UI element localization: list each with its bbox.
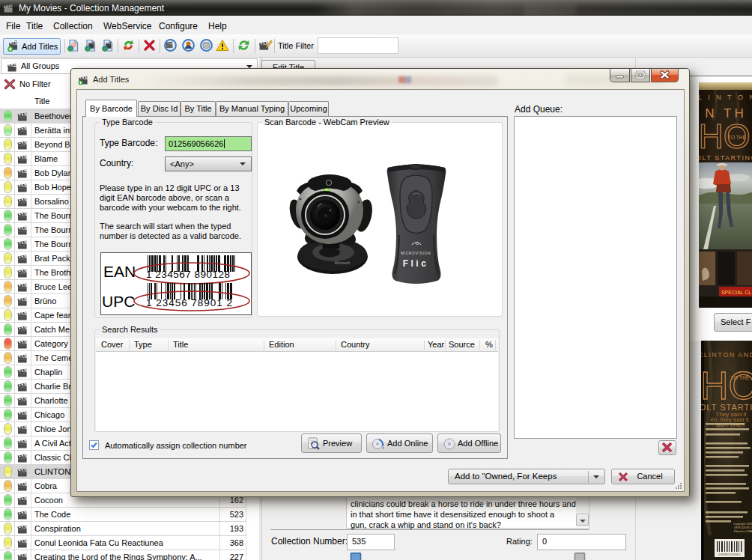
svg-text:1 234567 890128: 1 234567 890128 bbox=[146, 269, 230, 280]
svg-text:MICROVISION: MICROVISION bbox=[401, 251, 431, 255]
svg-text:Copyright 2003: Copyright 2003 bbox=[733, 523, 752, 526]
svg-text:Flic: Flic bbox=[403, 258, 429, 269]
svg-text:0893-42558-1: 0893-42558-1 bbox=[734, 526, 752, 529]
svg-text:TO THE: TO THE bbox=[730, 375, 750, 380]
svg-text:0 89345 52558 1: 0 89345 52558 1 bbox=[718, 553, 742, 556]
svg-text:EAN: EAN bbox=[103, 263, 136, 280]
svg-text:OLT STARTING: OLT STARTING bbox=[699, 154, 752, 162]
svg-text:1 23456 78901 2: 1 23456 78901 2 bbox=[146, 297, 232, 308]
svg-text:HO: HO bbox=[701, 364, 752, 407]
svg-text:SPECIAL CL: SPECIAL CL bbox=[721, 290, 751, 295]
svg-text:Microsoft: Microsoft bbox=[335, 261, 351, 265]
svg-text:CLINTON ANDE: CLINTON ANDE bbox=[701, 351, 752, 359]
svg-text:Filmed in USA: Filmed in USA bbox=[734, 530, 752, 533]
svg-text:UPC: UPC bbox=[102, 293, 135, 310]
svg-text:L I N T O N: L I N T O N bbox=[699, 94, 752, 101]
svg-text:TO THE: TO THE bbox=[728, 135, 746, 140]
